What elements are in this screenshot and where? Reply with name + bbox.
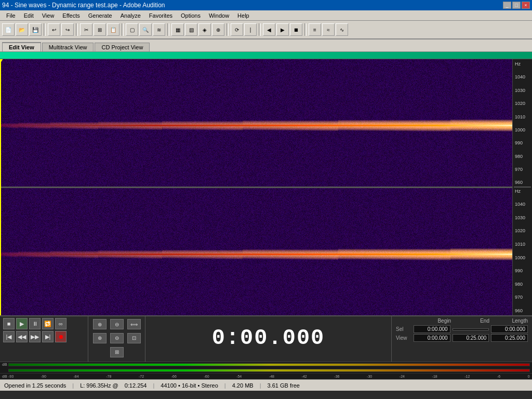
menu-effects[interactable]: Effects — [58, 11, 84, 20]
tb-redo[interactable]: ↪ — [61, 23, 74, 36]
tb-fx2[interactable]: ▧ — [185, 23, 197, 36]
tb-marker[interactable]: | — [244, 23, 257, 36]
tb-fx3[interactable]: ◈ — [198, 23, 211, 36]
db-93: -93 — [8, 375, 14, 378]
tb-sep6 — [259, 23, 261, 36]
tb-v1[interactable]: ◀ — [263, 23, 275, 36]
spectrogram-canvas — [0, 59, 512, 315]
close-button[interactable]: × — [522, 2, 530, 9]
ffwd-button[interactable]: ▶▶ — [29, 331, 41, 342]
zoom-full-h[interactable]: ⟺ — [127, 319, 141, 329]
freq-label-990-top: 990 — [515, 140, 530, 145]
spectrogram-area: Hz 1040 1030 1020 1010 1000 990 980 970 … — [0, 59, 532, 315]
tb-v3[interactable]: ⏹ — [290, 23, 302, 36]
db-42: -42 — [302, 375, 307, 378]
db-0: 0 — [528, 375, 530, 378]
loop2-button[interactable]: ∞ — [55, 318, 66, 329]
freq-label-1020-bot: 1020 — [515, 228, 530, 233]
tab-bar: Edit View Multitrack View CD Project Vie… — [0, 39, 532, 52]
tb-cut[interactable]: ✂ — [80, 23, 92, 36]
goto-end-button[interactable]: ▶| — [42, 331, 54, 342]
tb-fx4[interactable]: ⊕ — [212, 23, 224, 36]
tb-copy[interactable]: ⊞ — [94, 23, 106, 36]
sv-begin-header: Begin — [415, 318, 451, 324]
tb-save[interactable]: 💾 — [29, 23, 42, 36]
tb-w3[interactable]: ∿ — [336, 23, 348, 36]
tab-multitrack-view[interactable]: Multitrack View — [42, 43, 94, 51]
menu-view[interactable]: View — [38, 11, 59, 20]
tab-cd-project-view[interactable]: CD Project View — [95, 43, 150, 51]
sv-length-header: Length — [491, 318, 528, 324]
menu-generate[interactable]: Generate — [84, 11, 116, 20]
stop-button[interactable]: ■ — [3, 318, 15, 329]
zoom-sel[interactable]: ⊡ — [127, 333, 141, 343]
playhead — [0, 59, 1, 315]
menu-help[interactable]: Help — [233, 11, 254, 20]
tab-edit-view[interactable]: Edit View — [2, 42, 41, 51]
tb-undo[interactable]: ↩ — [48, 23, 60, 36]
db-66: -66 — [171, 375, 177, 378]
status-file-size: 4.20 MB — [232, 382, 254, 389]
tb-fx1[interactable]: ▦ — [171, 23, 184, 36]
zoom-fit[interactable]: ⊞ — [110, 347, 124, 357]
menu-favorites[interactable]: Favorites — [145, 11, 177, 20]
tb-select[interactable]: ▢ — [126, 23, 138, 36]
zoom-out-h[interactable]: ⊖ — [110, 319, 124, 329]
toolbar: 📄 📂 💾 ↩ ↪ ✂ ⊞ 📋 ▢ 🔍 ≋ ▦ ▧ ◈ ⊕ ⟳ | ◀ ▶ ⏹ … — [0, 21, 532, 39]
sv-view-length[interactable]: 0:25.000 — [491, 334, 528, 342]
play-button[interactable]: ▶ — [16, 318, 28, 329]
status-time: 0:12.254 — [125, 382, 147, 389]
zoom-in-v[interactable]: ⊕ — [93, 333, 107, 343]
tb-sep5 — [227, 23, 229, 36]
sv-sel-begin[interactable]: 0:00.000 — [414, 325, 450, 333]
goto-start-button[interactable]: |◀ — [3, 331, 15, 342]
sv-sel-end[interactable] — [453, 328, 489, 330]
scroll-bar-top[interactable] — [0, 52, 532, 59]
db-ticks: -93 -90 -84 -78 -72 -66 -60 -54 -48 -42 … — [8, 375, 530, 378]
tb-open[interactable]: 📂 — [16, 23, 28, 36]
record-button[interactable]: ⏺ — [55, 331, 66, 342]
db-6: -6 — [497, 375, 500, 378]
db-30: -30 — [367, 375, 372, 378]
pause-button[interactable]: ⏸ — [29, 318, 41, 329]
loop-button[interactable]: 🔁 — [42, 318, 54, 329]
sv-view-end[interactable]: 0:25.000 — [453, 334, 489, 342]
time-ruler — [0, 315, 532, 316]
zoom-in-h[interactable]: ⊕ — [93, 319, 107, 329]
main-area: Hz 1040 1030 1020 1010 1000 990 980 970 … — [0, 59, 532, 314]
status-sep1: | — [72, 382, 74, 389]
title-bar-controls: _ □ × — [503, 2, 530, 9]
tb-w1[interactable]: ≡ — [309, 23, 321, 36]
tb-loop[interactable]: ⟳ — [231, 23, 243, 36]
tb-v2[interactable]: ▶ — [276, 23, 289, 36]
sv-sel-length[interactable]: 0:00.000 — [491, 325, 528, 333]
status-free-space: 3.61 GB free — [268, 382, 300, 389]
menu-options[interactable]: Options — [177, 11, 205, 20]
sv-view-begin[interactable]: 0:00.000 — [414, 334, 450, 342]
db-60: -60 — [204, 375, 209, 378]
menu-analyze[interactable]: Analyze — [116, 11, 145, 20]
tb-mix[interactable]: ≋ — [153, 23, 165, 36]
tb-paste[interactable]: 📋 — [107, 23, 119, 36]
tb-zoom[interactable]: 🔍 — [139, 23, 152, 36]
minimize-button[interactable]: _ — [503, 2, 511, 9]
sv-view-label: View — [396, 335, 411, 341]
tb-new[interactable]: 📄 — [2, 23, 15, 36]
status-freq: L: 996.35Hz @ — [80, 382, 118, 389]
level-bar-top — [8, 363, 530, 366]
title-bar: 94 - Sine waves - Dynamic range test.ape… — [0, 0, 532, 10]
tb-w2[interactable]: ≈ — [322, 23, 335, 36]
transport-row-1: ■ ▶ ⏸ 🔁 ∞ — [3, 318, 85, 329]
maximize-button[interactable]: □ — [512, 2, 521, 9]
sv-empty — [396, 318, 413, 324]
menu-window[interactable]: Window — [205, 11, 233, 20]
freq-label-1010-top: 1010 — [515, 114, 530, 119]
menu-file[interactable]: File — [2, 11, 20, 20]
status-sample-rate: 44100 • 16-bit • Stereo — [161, 382, 218, 389]
rewind-button[interactable]: ◀◀ — [16, 331, 28, 342]
zoom-out-v[interactable]: ⊖ — [110, 333, 124, 343]
menu-edit[interactable]: Edit — [20, 11, 38, 20]
tb-sep7 — [304, 23, 307, 36]
freq-label-970-bot: 970 — [515, 295, 530, 300]
spectrogram-display[interactable] — [0, 59, 512, 315]
